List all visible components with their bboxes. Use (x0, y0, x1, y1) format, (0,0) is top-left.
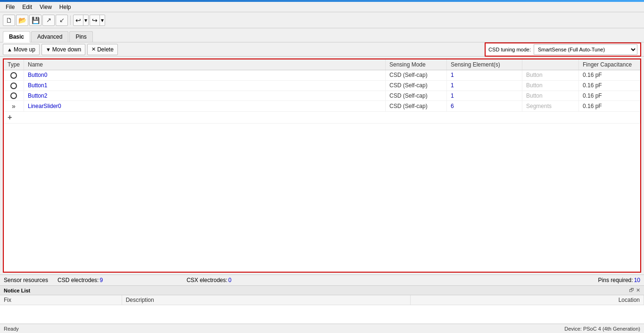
cell-sensing-elements: 1 (447, 70, 522, 81)
cell-finger-cap: 0.16 pF (579, 80, 640, 91)
cell-sensing-mode: CSD (Self-cap) (386, 91, 447, 101)
cell-type (4, 70, 24, 81)
device-info: Device: PSoC 4 (4th Generation) (564, 326, 640, 332)
notice-close-button[interactable]: ✕ (636, 287, 640, 293)
csx-electrodes-value: 0 (228, 277, 231, 283)
cell-type (4, 91, 24, 101)
export-button[interactable]: ↙ (56, 15, 68, 26)
undo-button[interactable]: ↩ ▾ (73, 15, 89, 26)
table-row[interactable]: Button0CSD (Self-cap)1Button0.16 pF (4, 70, 640, 81)
move-up-button[interactable]: ▲ Move up (3, 44, 40, 55)
cell-sensing-elements: 1 (447, 80, 522, 91)
col-header-type: Type (4, 59, 24, 70)
col-header-finger-cap: Finger Capacitance (579, 59, 640, 70)
cell-name[interactable]: Button1 (24, 80, 386, 91)
menu-help[interactable]: Help (56, 3, 75, 11)
csd-tuning-select[interactable]: SmartSense (Full Auto-Tune) Manual Tunin… (534, 44, 637, 55)
new-button[interactable]: 🗋 (3, 15, 15, 26)
cell-type: » (4, 101, 24, 112)
redo-icon: ↪ (90, 17, 99, 24)
save-button[interactable]: 💾 (29, 15, 41, 26)
col-header-name: Name (24, 59, 386, 70)
notice-list-header: Notice List 🗗 ✕ (0, 285, 644, 295)
csx-electrodes-label: CSX electrodes: (187, 277, 228, 283)
table-row[interactable]: Button1CSD (Self-cap)1Button0.16 pF (4, 80, 640, 91)
cell-sensing-type: Button (522, 70, 579, 81)
notice-col-location: Location (410, 295, 644, 305)
undo-dropdown-arrow[interactable]: ▾ (83, 15, 88, 25)
main-area: Type Name Sensing Mode Sensing Element(s… (0, 57, 644, 275)
add-row[interactable]: + (4, 112, 640, 124)
undo-icon: ↩ (74, 17, 83, 24)
notice-col-description: Description (122, 295, 410, 305)
col-header-sensing-type (522, 59, 579, 70)
cell-finger-cap: 0.16 pF (579, 101, 640, 112)
csd-electrodes-label: CSD electrodes: (58, 277, 99, 283)
circle-icon (10, 83, 17, 89)
notice-controls: 🗗 ✕ (629, 287, 640, 293)
circle-icon (10, 72, 17, 79)
cell-sensing-type: Segments (522, 101, 579, 112)
toolbar-separator (70, 16, 71, 25)
cell-finger-cap: 0.16 pF (579, 91, 640, 101)
cell-name[interactable]: Button0 (24, 70, 386, 81)
chevrons-icon: » (12, 102, 16, 110)
notice-minimize-button[interactable]: 🗗 (629, 287, 634, 293)
cell-sensing-mode: CSD (Self-cap) (386, 70, 447, 81)
pins-required-item: Pins required: 10 (598, 277, 640, 283)
menu-edit[interactable]: Edit (18, 3, 36, 11)
cell-sensing-mode: CSD (Self-cap) (386, 101, 447, 112)
notice-list-title: Notice List (4, 288, 30, 293)
pins-required-label: Pins required: (598, 277, 633, 283)
csd-electrodes-value: 9 (99, 277, 103, 283)
sensor-resources-bar: Sensor resources CSD electrodes: 9 CSX e… (0, 275, 644, 285)
move-down-icon: ▼ (46, 47, 51, 52)
col-header-sensing-mode: Sensing Mode (386, 59, 447, 70)
cell-name[interactable]: LinearSlider0 (24, 101, 386, 112)
cell-sensing-elements: 1 (447, 91, 522, 101)
pins-required-value: 10 (634, 277, 640, 283)
delete-label: Delete (97, 46, 114, 53)
move-up-icon: ▲ (7, 47, 12, 52)
redo-dropdown-arrow[interactable]: ▾ (99, 15, 105, 25)
delete-button[interactable]: ✕ Delete (87, 44, 118, 55)
cell-sensing-elements: 6 (447, 101, 522, 112)
menu-bar: File Edit View Help (0, 2, 644, 12)
csx-electrodes-item: CSX electrodes: 0 (187, 277, 231, 283)
tab-pins[interactable]: Pins (69, 31, 92, 42)
table-row[interactable]: Button2CSD (Self-cap)1Button0.16 pF (4, 91, 640, 101)
circle-icon (10, 92, 17, 99)
table-row[interactable]: »LinearSlider0CSD (Self-cap)6Segments0.1… (4, 101, 640, 112)
main-toolbar: 🗋 📂 💾 ↗ ↙ ↩ ▾ ↪ ▾ (0, 12, 644, 28)
cell-type (4, 80, 24, 91)
menu-view[interactable]: View (36, 3, 56, 11)
notice-col-fix: Fix (0, 295, 122, 305)
tabs-container: Basic Advanced Pins (0, 28, 644, 42)
add-icon[interactable]: + (8, 113, 12, 121)
tab-basic[interactable]: Basic (3, 31, 30, 42)
export-external-button[interactable]: ↗ (42, 15, 55, 26)
component-table: Type Name Sensing Mode Sensing Element(s… (4, 59, 640, 124)
bottom-status-bar: Ready Device: PSoC 4 (4th Generation) (0, 324, 644, 333)
status-ready: Ready (4, 326, 19, 332)
open-icon: 📂 (18, 17, 26, 24)
cell-name[interactable]: Button2 (24, 91, 386, 101)
tab-advanced[interactable]: Advanced (31, 31, 68, 42)
csd-tuning-label: CSD tuning mode: (488, 47, 531, 52)
col-header-sensing-el: Sensing Element(s) (447, 59, 522, 70)
add-row-cell[interactable]: + (4, 112, 640, 124)
save-icon: 💾 (32, 17, 40, 24)
notice-list-content: Fix Description Location (0, 295, 644, 324)
export-icon: ↙ (59, 17, 65, 24)
move-down-button[interactable]: ▼ Move down (41, 44, 85, 55)
export-external-icon: ↗ (46, 17, 51, 24)
cell-sensing-mode: CSD (Self-cap) (386, 80, 447, 91)
cell-finger-cap: 0.16 pF (579, 70, 640, 81)
notice-list-panel: Notice List 🗗 ✕ Fix Description Location (0, 285, 644, 324)
redo-button[interactable]: ↪ ▾ (90, 15, 105, 26)
cell-sensing-type: Button (522, 80, 579, 91)
csd-electrodes-item: CSD electrodes: 9 (58, 277, 103, 283)
menu-file[interactable]: File (2, 3, 18, 11)
open-button[interactable]: 📂 (16, 15, 28, 26)
new-icon: 🗋 (6, 17, 12, 24)
